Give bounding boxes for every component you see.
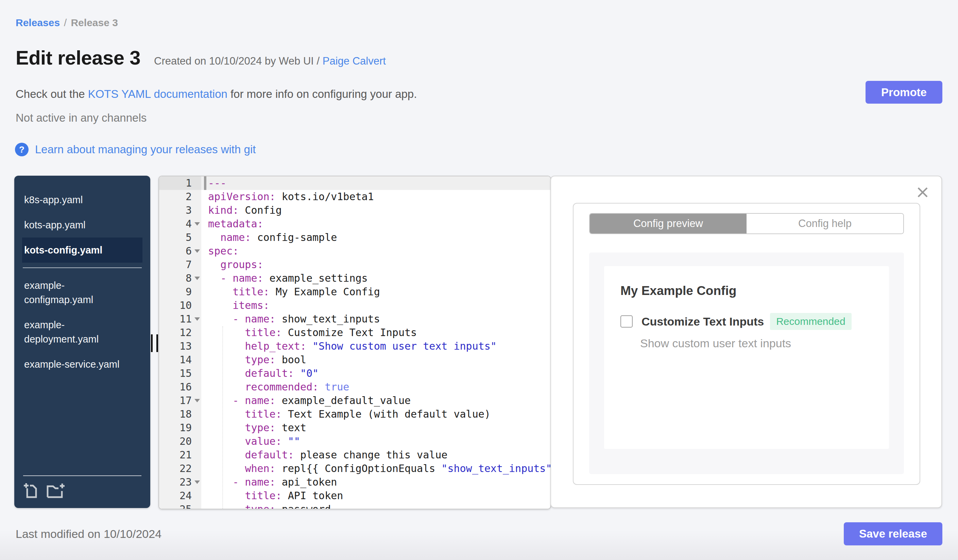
code-line[interactable]: 5 name: config-sample	[159, 231, 550, 244]
line-number: 25	[159, 503, 201, 509]
code-line[interactable]: 12 title: Customize Text Inputs	[159, 326, 550, 340]
code-line[interactable]: 9 title: My Example Config	[159, 285, 550, 299]
config-item-label: Customize Text Inputs	[641, 315, 764, 328]
preview-tabs: Config previewConfig help	[589, 213, 904, 234]
line-number: 6	[159, 244, 201, 258]
git-help-label: Learn about managing your releases with …	[35, 143, 255, 156]
breadcrumb: Releases/Release 3	[16, 17, 118, 28]
close-preview-button[interactable]	[915, 185, 930, 199]
fold-arrow-icon[interactable]	[195, 481, 200, 484]
code-line[interactable]: 14 type: bool	[159, 353, 550, 367]
question-icon: ?	[15, 143, 29, 156]
code-line[interactable]: 2apiVersion: kots.io/v1beta1	[159, 190, 550, 204]
code-rows: 1---2apiVersion: kots.io/v1beta13kind: C…	[159, 176, 550, 509]
promote-button[interactable]: Promote	[866, 81, 942, 104]
code-text: groups:	[201, 258, 550, 272]
line-number: 7	[159, 258, 201, 272]
code-line[interactable]: 3kind: Config	[159, 204, 550, 217]
fold-arrow-icon[interactable]	[195, 277, 200, 280]
save-release-button[interactable]: Save release	[844, 522, 942, 546]
new-file-button[interactable]	[23, 482, 39, 499]
file-name-line: example-	[24, 318, 140, 332]
code-line[interactable]: 11 - name: show_text_inputs	[159, 312, 550, 326]
edit-release-page: Releases/Release 3 Edit release 3 Create…	[0, 0, 958, 560]
line-number: 16	[159, 380, 201, 394]
git-help-link[interactable]: ? Learn about managing your releases wit…	[15, 143, 255, 156]
text-cursor	[204, 176, 206, 190]
code-line[interactable]: 6spec:	[159, 244, 550, 258]
fold-arrow-icon[interactable]	[195, 317, 200, 321]
kots-docs-link[interactable]: KOTS YAML documentation	[88, 88, 227, 100]
config-item-checkbox[interactable]	[620, 315, 633, 327]
file-name-line: kots-config.yaml	[24, 243, 140, 257]
tab-config-preview[interactable]: Config preview	[590, 214, 747, 233]
code-line[interactable]: 13 help_text: "Show custom user text inp…	[159, 340, 550, 353]
yaml-editor[interactable]: 1---2apiVersion: kots.io/v1beta13kind: C…	[159, 176, 551, 509]
config-preview-panel: Config previewConfig help My Example Con…	[550, 176, 942, 508]
code-line[interactable]: 19 type: text	[159, 421, 550, 435]
created-text: Created on 10/10/2024 by Web UI /	[154, 55, 320, 67]
sidebar-item-example-deployment-yaml[interactable]: example-deployment.yaml	[22, 312, 143, 352]
line-number: 11	[159, 312, 201, 326]
code-line[interactable]: 18 title: Text Example (with default val…	[159, 407, 550, 421]
docs-info-suffix: for more info on configuring your app.	[230, 88, 417, 100]
line-number: 13	[159, 340, 201, 353]
code-line[interactable]: 4metadata:	[159, 217, 550, 231]
line-number: 20	[159, 435, 201, 448]
code-line[interactable]: 1---	[159, 176, 550, 190]
code-text: default: please change this value	[201, 448, 550, 462]
sidebar-item-example-configmap-yaml[interactable]: example-configmap.yaml	[22, 273, 143, 312]
code-text: title: My Example Config	[201, 285, 550, 299]
line-number: 9	[159, 285, 201, 299]
sidebar-item-example-service-yaml[interactable]: example-service.yaml	[22, 352, 143, 377]
code-line[interactable]: 20 value: ""	[159, 435, 550, 448]
code-text: kind: Config	[201, 204, 550, 217]
sidebar-item-kots-app-yaml[interactable]: kots-app.yaml	[22, 212, 143, 237]
file-name-line: deployment.yaml	[24, 332, 140, 346]
created-by-link[interactable]: Paige Calvert	[323, 55, 386, 67]
code-line[interactable]: 15 default: "0"	[159, 367, 550, 380]
new-folder-button[interactable]	[46, 482, 66, 499]
docs-info-prefix: Check out the	[16, 88, 85, 100]
fold-arrow-icon[interactable]	[195, 222, 200, 226]
file-sidebar: k8s-app.yamlkots-app.yamlkots-config.yam…	[14, 176, 150, 508]
config-group-title: My Example Config	[620, 284, 873, 298]
created-line: Created on 10/10/2024 by Web UI / Paige …	[154, 55, 386, 67]
code-text: metadata:	[201, 217, 550, 231]
config-preview-body: My Example Config Customize Text Inputs …	[589, 253, 904, 474]
sidebar-item-k8s-app-yaml[interactable]: k8s-app.yaml	[22, 187, 143, 212]
code-line[interactable]: 16 recommended: true	[159, 380, 550, 394]
line-number: 14	[159, 353, 201, 367]
code-text: title: Customize Text Inputs	[201, 326, 550, 340]
line-number: 3	[159, 204, 201, 217]
code-text: apiVersion: kots.io/v1beta1	[201, 190, 550, 204]
code-line[interactable]: 21 default: please change this value	[159, 448, 550, 462]
new-folder-icon	[46, 482, 66, 499]
config-group-card: My Example Config Customize Text Inputs …	[604, 266, 889, 449]
code-text: type: password	[201, 503, 550, 509]
last-modified-text: Last modified on 10/10/2024	[16, 527, 162, 541]
code-line[interactable]: 10 items:	[159, 299, 550, 312]
code-line[interactable]: 8 - name: example_settings	[159, 272, 550, 285]
line-number: 24	[159, 489, 201, 503]
breadcrumb-releases-link[interactable]: Releases	[16, 17, 60, 28]
sidebar-item-kots-config-yaml[interactable]: kots-config.yaml	[22, 237, 143, 263]
sidebar-resize-handle[interactable]	[151, 334, 158, 352]
code-line[interactable]: 25 type: password	[159, 503, 550, 509]
fold-arrow-icon[interactable]	[195, 399, 200, 402]
line-number: 1	[159, 176, 201, 190]
fold-arrow-icon[interactable]	[195, 250, 200, 253]
code-text: - name: example_default_value	[201, 394, 550, 407]
code-line[interactable]: 17 - name: example_default_value	[159, 394, 550, 407]
tab-config-help[interactable]: Config help	[747, 214, 903, 233]
code-line[interactable]: 24 title: API token	[159, 489, 550, 503]
code-text: type: bool	[201, 353, 550, 367]
file-name-line: configmap.yaml	[24, 293, 140, 307]
code-line[interactable]: 22 when: repl{{ ConfigOptionEquals "show…	[159, 462, 550, 475]
code-line[interactable]: 7 groups:	[159, 258, 550, 272]
code-line[interactable]: 23 - name: api_token	[159, 475, 550, 489]
line-number: 8	[159, 272, 201, 285]
close-icon	[915, 185, 930, 199]
code-text: type: text	[201, 421, 550, 435]
file-list: k8s-app.yamlkots-app.yamlkots-config.yam…	[14, 176, 150, 377]
